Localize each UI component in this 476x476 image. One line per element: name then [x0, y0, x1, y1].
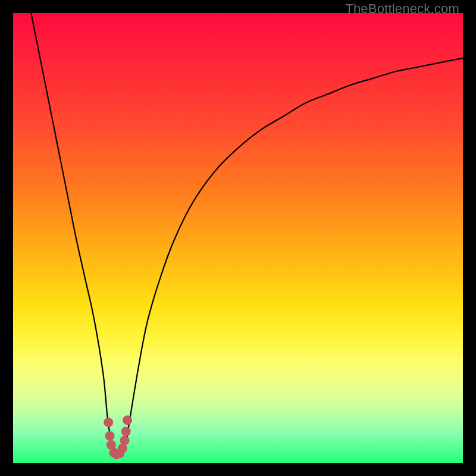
chart-frame: TheBottleneck.com — [13, 0, 463, 463]
highlighted-minimum — [104, 415, 132, 459]
marker-dot — [120, 436, 129, 445]
curve-layer — [13, 13, 463, 463]
marker-dot — [121, 427, 131, 436]
marker-dot — [123, 415, 132, 425]
marker-dot — [118, 444, 127, 453]
marker-dot — [105, 431, 115, 441]
plot-area — [13, 13, 463, 463]
marker-dot — [104, 418, 113, 427]
bottleneck-curve — [31, 13, 463, 455]
